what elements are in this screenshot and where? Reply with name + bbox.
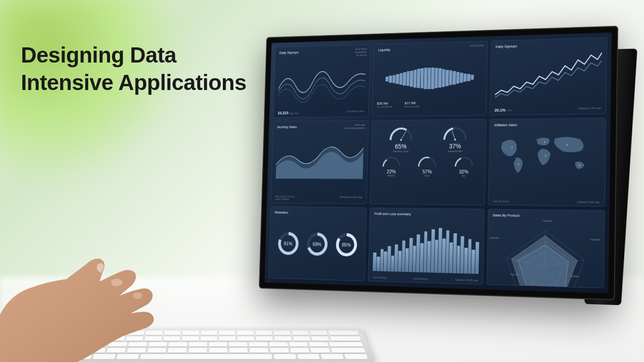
tablet-bezel: Daily Signups ■ This Month ■ Last Month … [259, 26, 618, 300]
gauge-subscriber: 65% Subscriber Goals [384, 126, 418, 153]
panel-title: Retention [275, 210, 362, 216]
panel-title: Liquidity [378, 45, 483, 52]
donut-2: 69% [305, 232, 328, 257]
gauge-operating: 37% Operating Ratio [438, 125, 472, 153]
panel-title: Daily Signups [279, 48, 366, 54]
svg-line-2 [452, 130, 455, 139]
panel-daily-signups-trend: Daily Signups 20.1% YTD Updated 1 Min ag… [490, 37, 607, 116]
panel-liquidity: Liquidity YTD MTD DTD $25.9MAccount Bala… [372, 41, 488, 117]
title-line-2: Intensive Applications [21, 70, 247, 95]
gauge-grid: 65% Subscriber Goals 37% Operating Ratio [375, 123, 481, 177]
panel-footer: Last 24 Hours Updated 3 Min ago [493, 200, 600, 204]
title-line-1: Designing Data [21, 43, 176, 67]
panel-title: Affiliates Sales [494, 122, 601, 127]
tablet-device: Daily Signups ■ This Month ■ Last Month … [259, 26, 618, 300]
panel-footer: Last 30 days Subscriptions Updated 15 Mi… [373, 276, 478, 281]
world-map [493, 129, 601, 197]
panel-title: Profit and Loss summary [374, 212, 479, 217]
panel-retention: Retention 81% 69% 85% [268, 207, 367, 281]
panel-affiliates: Affiliates Sales [488, 118, 606, 207]
bar-chart [373, 219, 479, 274]
panel-daily-signups: Daily Signups ■ This Month ■ Last Month … [273, 45, 370, 118]
panel-profit-loss: Profit and Loss summary Last 30 days Sub… [368, 208, 485, 285]
hand-illustration [0, 220, 180, 362]
svg-point-26 [111, 279, 122, 286]
svg-line-0 [401, 131, 405, 140]
gauge-margins: 22% Margins [379, 155, 404, 177]
svg-point-3 [454, 139, 456, 141]
radar-chart: Services Hardware Software Sign Ups Upgr… [491, 220, 599, 277]
page-title: Designing Data Intensive Applications [21, 42, 247, 96]
line-chart [278, 55, 366, 108]
panel-legend: YTD MTD DTD [469, 44, 484, 48]
panel-title: Daily Signups [496, 42, 602, 49]
donut-3: 85% [335, 232, 358, 258]
donut-row: 81% 69% 85% [273, 217, 362, 272]
donut-1: 81% [277, 231, 300, 256]
panel-monthly-sales: Monthly Sales ■ This year ■ Last year pr… [271, 120, 369, 204]
svg-point-1 [400, 139, 402, 141]
panel-footer: 20.1% YTD Updated 1 Min ago [495, 107, 601, 113]
line-chart [495, 48, 602, 105]
bar-chart [377, 52, 483, 103]
svg-point-27 [133, 292, 142, 299]
panel-gauges: 65% Subscriber Goals 37% Operating Ratio [370, 119, 486, 205]
kpi-row: $25.9MAccount Balance $17.9MWorking Capi… [377, 100, 482, 108]
gauge-net: 32% Net [451, 155, 477, 177]
dashboard-screen: Daily Signups ■ This Month ■ Last Month … [265, 33, 612, 293]
area-chart [276, 130, 364, 194]
panel-footer: May Sales 73.2 MUp 2.3 Million Refreshed… [275, 195, 362, 201]
panel-footer: 15,323 Sign Ups vs previous days [277, 109, 364, 115]
panel-sales-product: Sales By Product Services Hardware [487, 209, 605, 288]
panel-legend: ■ This year ■ Last year projections [344, 123, 365, 129]
gauge-gross: 57% Gross [414, 155, 440, 177]
panel-title: Sales By Product [493, 213, 600, 219]
